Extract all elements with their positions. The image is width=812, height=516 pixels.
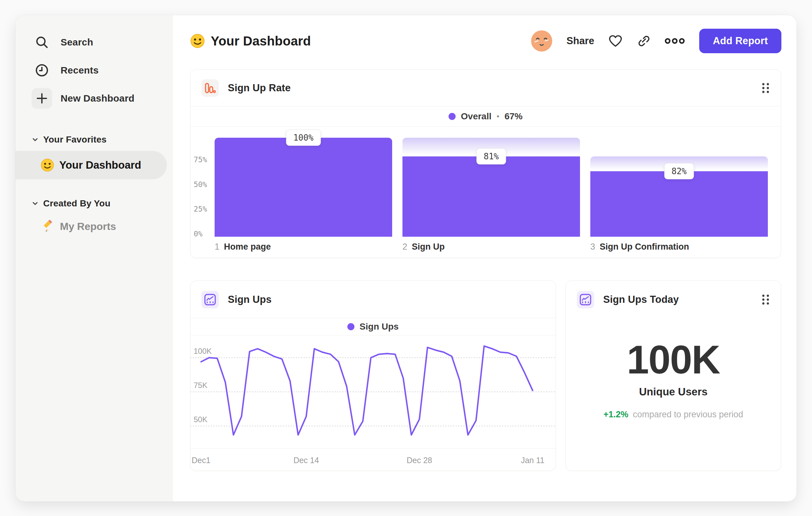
sidebar-item-label: New Dashboard — [61, 93, 134, 104]
chevron-down-icon — [32, 200, 39, 207]
plus-icon — [32, 88, 52, 109]
dashboard-row-2: Sign Ups Sign Ups 100K 75K 50K Dec1 Dec … — [190, 280, 781, 471]
metric-body: 100K Unique Users +1.2% compared to prev… — [566, 318, 781, 419]
funnel-legend: Overall • 67% — [191, 106, 781, 127]
smiley-emoji-icon — [40, 158, 54, 172]
step-name: Sign Up Confirmation — [600, 242, 689, 252]
line-series — [191, 335, 555, 448]
x-tick: Dec 28 — [407, 456, 432, 465]
card-title: Sign Ups — [228, 294, 272, 305]
header-actions: Share — [531, 29, 781, 53]
step-name: Home page — [224, 242, 271, 252]
sidebar-item-label: Your Dashboard — [59, 159, 141, 171]
step-number: 2 — [402, 242, 407, 252]
heart-icon — [608, 34, 622, 47]
sidebar-item-your-dashboard[interactable]: Your Dashboard — [16, 151, 167, 179]
step-number: 1 — [214, 242, 220, 252]
sidebar-item-recents[interactable]: Recents — [16, 56, 172, 84]
y-tick: 0% — [194, 229, 203, 238]
y-tick: 75K — [194, 381, 207, 390]
bar-chart-icon — [201, 79, 219, 97]
page-title-text: Your Dashboard — [211, 34, 311, 48]
sidebar-item-label: My Reports — [60, 221, 116, 233]
section-title: Created By You — [43, 198, 111, 209]
card-header: Sign Ups — [191, 281, 555, 318]
delta-note: compared to previous period — [633, 410, 743, 419]
line-chart[interactable]: 100K 75K 50K — [191, 335, 555, 448]
line-chart-icon — [201, 291, 219, 308]
delta-value: +1.2% — [604, 410, 628, 419]
bar-fill — [214, 138, 392, 237]
legend-overall-value: 67% — [504, 111, 523, 121]
bar-value-tooltip: 81% — [476, 148, 506, 164]
funnel-bar-sign-up-confirmation[interactable]: 82% — [590, 138, 768, 237]
chevron-down-icon — [32, 136, 39, 143]
app-window: Search Recents New Dashboard — [16, 15, 796, 501]
step-number: 3 — [590, 242, 595, 252]
metric-value: 100K — [627, 337, 720, 382]
sidebar-item-my-reports[interactable]: My Reports — [16, 217, 172, 236]
y-tick: 50K — [194, 415, 207, 424]
funnel-bar-home-page[interactable]: 100% — [214, 138, 392, 237]
x-tick: Jan 11 — [521, 456, 544, 465]
search-icon — [32, 32, 52, 53]
sidebar-item-search[interactable]: Search — [16, 28, 172, 56]
funnel-bar-sign-up[interactable]: 81% — [402, 138, 580, 237]
sidebar-item-label: Recents — [61, 65, 98, 76]
funnel-x-axis: 1 Home page 2 Sign Up 3 Sign Up Confirma… — [214, 242, 768, 252]
sidebar: Search Recents New Dashboard — [16, 15, 172, 501]
legend-series-label: Sign Ups — [359, 322, 399, 332]
bar-value-tooltip: 82% — [664, 163, 694, 179]
card-title: Sign Ups Today — [603, 294, 679, 305]
link-icon — [637, 34, 650, 48]
legend-dot — [448, 113, 456, 120]
line-chart-icon — [577, 291, 594, 308]
drag-handle-icon[interactable] — [761, 294, 770, 306]
ellipsis-icon — [664, 37, 685, 45]
bar-fill — [402, 156, 580, 237]
main-content: Your Dashboard Share — [172, 15, 796, 501]
line-x-axis: Dec1 Dec 14 Dec 28 Jan 11 — [191, 448, 555, 471]
sign-ups-today-card: Sign Ups Today 100K Unique Users +1.2% — [566, 280, 781, 471]
step-label: 3 Sign Up Confirmation — [590, 242, 768, 252]
add-report-button[interactable]: Add Report — [699, 29, 781, 53]
y-tick: 25% — [194, 205, 207, 213]
step-name: Sign Up — [412, 242, 445, 252]
copy-link-button[interactable] — [637, 34, 650, 48]
section-title: Your Favorites — [43, 134, 107, 145]
y-tick: 100K — [194, 347, 212, 356]
card-header: Sign Up Rate — [191, 70, 781, 106]
share-button[interactable]: Share — [567, 35, 594, 47]
sidebar-section-created-by-you[interactable]: Created By You — [16, 195, 172, 212]
funnel-y-axis: 75% 50% 25% 0% — [194, 138, 214, 237]
funnel-chart: 75% 50% 25% 0% 100% 81% — [191, 127, 781, 237]
sign-up-rate-card: Sign Up Rate Overall • 67% — [190, 69, 781, 258]
x-tick: Dec1 — [192, 456, 210, 465]
clock-icon — [32, 60, 52, 81]
page-title: Your Dashboard — [190, 33, 311, 48]
more-options-button[interactable] — [664, 37, 685, 45]
sidebar-item-new-dashboard[interactable]: New Dashboard — [16, 84, 172, 112]
sidebar-section-your-favorites[interactable]: Your Favorites — [16, 132, 172, 148]
step-label: 1 Home page — [214, 242, 392, 252]
legend-dot — [347, 323, 354, 330]
pencil-emoji-icon — [42, 220, 55, 233]
bar-value-tooltip: 100% — [286, 130, 321, 146]
legend-separator: • — [497, 112, 499, 121]
legend-series-label: Overall — [461, 111, 491, 121]
sidebar-item-label: Search — [61, 37, 93, 48]
favorite-heart-button[interactable] — [608, 34, 622, 47]
line-legend: Sign Ups — [191, 318, 555, 335]
drag-handle-icon[interactable] — [761, 82, 770, 94]
avatar[interactable] — [531, 30, 552, 52]
step-label: 2 Sign Up — [402, 242, 580, 252]
bar-fill — [590, 171, 768, 237]
metric-label: Unique Users — [639, 386, 707, 398]
metric-delta-row: +1.2% compared to previous period — [604, 410, 743, 419]
card-header: Sign Ups Today — [566, 281, 781, 318]
card-title: Sign Up Rate — [228, 82, 291, 94]
sign-ups-card: Sign Ups Sign Ups 100K 75K 50K Dec1 Dec … — [190, 280, 556, 471]
dashboard-header: Your Dashboard Share — [190, 15, 781, 67]
y-tick: 50% — [194, 180, 207, 189]
funnel-bars: 100% 81% 82% — [214, 138, 768, 237]
